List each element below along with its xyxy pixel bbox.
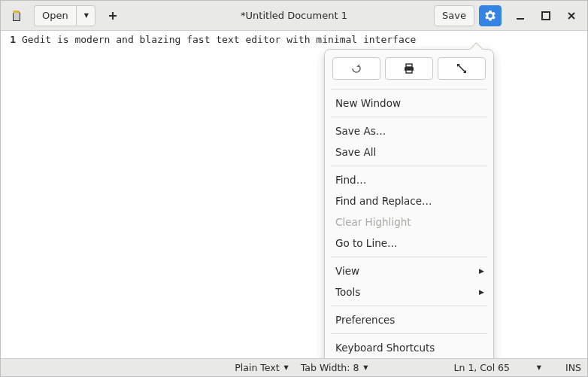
gear-icon bbox=[484, 10, 496, 22]
svg-rect-2 bbox=[406, 64, 412, 67]
minimize-icon bbox=[515, 11, 526, 21]
print-icon bbox=[403, 62, 415, 74]
maximize-button[interactable] bbox=[535, 5, 557, 26]
status-bar: Plain Text▼ Tab Width: 8▼ Ln 1, Col 65 ▼… bbox=[1, 358, 587, 376]
close-icon bbox=[566, 11, 577, 21]
line-number: 1 bbox=[1, 34, 16, 45]
menu-preferences[interactable]: Preferences bbox=[325, 309, 493, 330]
open-button-group: Open ▼ bbox=[34, 5, 95, 26]
open-button[interactable]: Open bbox=[34, 5, 76, 26]
open-recent-dropdown[interactable]: ▼ bbox=[76, 5, 95, 26]
chevron-down-icon: ▼ bbox=[363, 365, 368, 371]
menu-save-as[interactable]: Save As… bbox=[325, 120, 493, 141]
maximize-icon bbox=[541, 11, 551, 21]
fullscreen-icon bbox=[456, 63, 467, 74]
print-button[interactable] bbox=[385, 57, 433, 80]
cursor-position[interactable]: Ln 1, Col 65 bbox=[451, 359, 514, 376]
svg-rect-1 bbox=[542, 12, 550, 20]
chevron-down-icon: ▼ bbox=[537, 365, 541, 371]
menu-clear-highlight: Clear Highlight bbox=[325, 211, 493, 233]
plus-icon bbox=[108, 11, 118, 21]
new-document-button[interactable] bbox=[5, 5, 28, 26]
text-content[interactable]: Gedit is modern and blazing fast text ed… bbox=[19, 31, 587, 358]
hamburger-menu-button[interactable] bbox=[479, 5, 502, 26]
popover-toolbar bbox=[325, 54, 493, 86]
chevron-down-icon: ▼ bbox=[84, 13, 89, 19]
menu-find-replace[interactable]: Find and Replace… bbox=[325, 190, 493, 211]
document-icon bbox=[11, 10, 23, 22]
menu-keyboard-shortcuts[interactable]: Keyboard Shortcuts bbox=[325, 337, 493, 358]
menu-separator bbox=[331, 117, 487, 117]
menu-separator bbox=[331, 257, 487, 257]
menu-new-window[interactable]: New Window bbox=[325, 93, 493, 114]
menu-separator bbox=[331, 166, 487, 166]
menu-find[interactable]: Find… bbox=[325, 169, 493, 190]
new-tab-button[interactable] bbox=[102, 5, 124, 26]
minimize-button[interactable] bbox=[509, 5, 532, 26]
editor-area[interactable]: 1 Gedit is modern and blazing fast text … bbox=[1, 31, 587, 358]
svg-rect-0 bbox=[517, 18, 524, 20]
menu-separator bbox=[331, 306, 487, 306]
menu-save-all[interactable]: Save All bbox=[325, 141, 493, 163]
gutter: 1 bbox=[1, 31, 19, 358]
menu-goto-line[interactable]: Go to Line… bbox=[325, 233, 493, 254]
close-button[interactable] bbox=[560, 5, 583, 26]
open-button-label: Open bbox=[42, 10, 68, 21]
menu-separator bbox=[331, 333, 487, 334]
reload-button[interactable] bbox=[332, 57, 380, 80]
svg-rect-4 bbox=[406, 70, 412, 73]
chevron-down-icon: ▼ bbox=[284, 365, 289, 371]
window-controls bbox=[509, 5, 583, 26]
menu-view[interactable]: View bbox=[325, 260, 493, 281]
reload-icon bbox=[350, 62, 362, 74]
app-menu-popover: New Window Save As… Save All Find… Find … bbox=[324, 49, 494, 358]
window: Open ▼ *Untitled Document 1 Save 1 bbox=[0, 0, 588, 377]
menu-tools[interactable]: Tools bbox=[325, 281, 493, 303]
menu-separator bbox=[331, 89, 487, 90]
insert-mode: INS bbox=[565, 362, 581, 373]
fullscreen-button[interactable] bbox=[438, 57, 486, 80]
syntax-selector[interactable]: Plain Text▼ bbox=[232, 359, 291, 376]
save-button[interactable]: Save bbox=[434, 5, 474, 26]
tab-width-selector[interactable]: Tab Width: 8▼ bbox=[298, 359, 371, 376]
save-button-label: Save bbox=[442, 10, 466, 21]
header-bar: Open ▼ *Untitled Document 1 Save bbox=[1, 1, 587, 31]
